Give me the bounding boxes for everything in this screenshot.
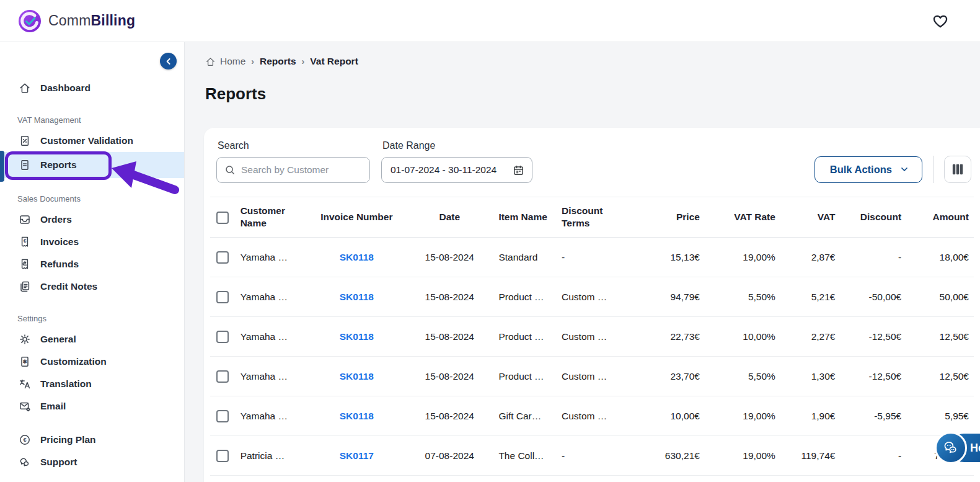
column-header-price: Price	[629, 197, 705, 238]
breadcrumb: Home›Reports›Vat Report	[205, 56, 980, 67]
cell-select	[210, 277, 236, 317]
cell-discount-terms: -	[557, 436, 629, 476]
sidebar-item-label: Dashboard	[40, 83, 90, 94]
row-checkbox[interactable]	[216, 450, 229, 462]
cell-discount: -5,95€	[840, 396, 906, 436]
cell-item-name: The Coll…	[493, 436, 557, 476]
cell-select	[210, 396, 236, 436]
row-checkbox[interactable]	[216, 410, 229, 422]
chat-bubbles-icon	[19, 456, 31, 468]
cell-customer-name: Yamaha …	[236, 277, 308, 317]
brand-logo[interactable]: CommBilling	[17, 9, 135, 33]
cell-discount-terms: Custom …	[557, 396, 629, 436]
cell-item-name: Product …	[493, 357, 557, 396]
doc-star-icon: ✱	[19, 355, 31, 368]
date-range-value: 01-07-2024 - 30-11-2024	[391, 164, 513, 176]
date-range-picker[interactable]: 01-07-2024 - 30-11-2024	[381, 157, 532, 183]
sidebar: DashboardVAT ManagementCustomer Validati…	[0, 42, 185, 482]
breadcrumb-separator: ›	[302, 56, 305, 66]
cell-price: 15,13€	[629, 238, 705, 277]
row-checkbox[interactable]	[216, 370, 229, 383]
sidebar-item-label: Reports	[40, 159, 77, 171]
cell-discount: -50,00€	[840, 277, 906, 317]
cell-item-name: Gift Car…	[493, 396, 557, 436]
invoice-link[interactable]: SK0117	[340, 450, 374, 461]
table-tools: Bulk Actions	[814, 156, 971, 183]
column-settings-button[interactable]	[944, 156, 971, 183]
favorites-heart-icon[interactable]	[932, 12, 949, 30]
column-header-discount: Discount	[840, 197, 906, 238]
bulk-actions-button[interactable]: Bulk Actions	[814, 156, 922, 183]
cell-invoice-number: SK0118	[308, 357, 406, 396]
sidebar-item-reports[interactable]: Reports	[0, 152, 184, 178]
reports-card: Search Date Range 01-07-2024 - 30-11-202…	[204, 128, 980, 482]
sidebar-item-pricing-plan[interactable]: €Pricing Plan	[0, 429, 184, 451]
invoice-link[interactable]: SK0118	[340, 331, 374, 342]
sidebar-item-customization[interactable]: ✱Customization	[0, 350, 184, 373]
sidebar-item-credit-notes[interactable]: Credit Notes	[0, 275, 184, 298]
sidebar-item-translation[interactable]: Translation	[0, 373, 184, 395]
row-checkbox[interactable]	[216, 291, 229, 303]
invoice-link[interactable]: SK0118	[340, 371, 374, 382]
search-input[interactable]	[241, 164, 365, 176]
cell-discount-terms: Custom …	[557, 317, 629, 357]
invoice-link[interactable]: SK0118	[340, 292, 374, 302]
sidebar-collapse-button[interactable]	[160, 53, 177, 69]
row-checkbox[interactable]	[216, 331, 229, 343]
invoice-link[interactable]: SK0118	[340, 411, 374, 421]
breadcrumb-item-reports[interactable]: Reports	[260, 56, 296, 67]
cell-item-name: Product …	[493, 317, 557, 357]
sidebar-item-refunds[interactable]: Refunds	[0, 253, 184, 275]
sidebar-item-email[interactable]: Email	[0, 395, 184, 417]
cell-customer-name: Yamaha …	[236, 317, 308, 357]
cell-customer-name: Patricia …	[236, 436, 308, 476]
selected-indicator-bar	[0, 151, 4, 182]
sidebar-item-label: Customer Validation	[40, 135, 133, 146]
cell-vat: 119,74€	[780, 436, 841, 476]
sidebar-item-dashboard[interactable]: Dashboard	[0, 77, 184, 99]
cell-item-name: Product …	[493, 277, 557, 317]
sidebar-item-orders[interactable]: Orders	[0, 208, 184, 231]
sidebar-item-customer-validation[interactable]: Customer Validation	[0, 130, 184, 152]
gear-icon	[19, 333, 31, 346]
column-header-date: Date	[405, 197, 493, 238]
cell-vat-rate: 19,00%	[705, 396, 780, 436]
cell-select	[210, 357, 236, 396]
column-header-amount: Amount	[906, 197, 974, 238]
help-button[interactable]: Help	[935, 432, 967, 464]
doc-lines-icon	[19, 159, 31, 171]
cell-invoice-number: SK0118	[308, 317, 406, 357]
sidebar-item-label: General	[40, 334, 76, 345]
section-header-sales-documents: Sales Documents	[17, 194, 184, 203]
cell-vat: 1,30€	[780, 357, 841, 396]
column-header-item-name: Item Name	[493, 197, 557, 238]
sidebar-item-label: Translation	[40, 378, 92, 390]
column-header-select	[210, 197, 236, 238]
select-all-checkbox[interactable]	[216, 212, 229, 224]
euro-circle-icon: €	[19, 434, 31, 446]
svg-text:€: €	[23, 436, 27, 443]
doc-percent-icon	[19, 135, 31, 147]
main-content: Home›Reports›Vat Report Reports Search D…	[185, 42, 980, 482]
cell-discount: -12,50€	[840, 357, 906, 396]
date-range-group: Date Range 01-07-2024 - 30-11-2024	[381, 140, 532, 183]
bulk-actions-label: Bulk Actions	[830, 164, 892, 176]
sidebar-item-invoices[interactable]: €Invoices	[0, 231, 184, 253]
sidebar-item-label: Invoices	[40, 236, 79, 248]
sidebar-item-support[interactable]: Support	[0, 451, 184, 473]
cell-date: 07-08-2024	[405, 436, 493, 476]
app-header: CommBilling	[0, 0, 980, 42]
cell-select	[210, 317, 236, 357]
breadcrumb-item-home[interactable]: Home	[205, 56, 245, 67]
chevron-down-icon	[899, 164, 909, 174]
row-checkbox[interactable]	[216, 251, 229, 264]
cell-date: 15-08-2024	[405, 317, 493, 357]
cell-date: 15-08-2024	[405, 396, 493, 436]
column-header-vat: VAT	[780, 197, 841, 238]
chevron-left-icon	[164, 56, 174, 66]
sidebar-gap	[0, 417, 184, 429]
search-label: Search	[218, 140, 370, 151]
sidebar-item-general[interactable]: General	[0, 328, 184, 350]
invoice-link[interactable]: SK0118	[340, 252, 374, 262]
cell-date: 15-08-2024	[405, 238, 493, 277]
